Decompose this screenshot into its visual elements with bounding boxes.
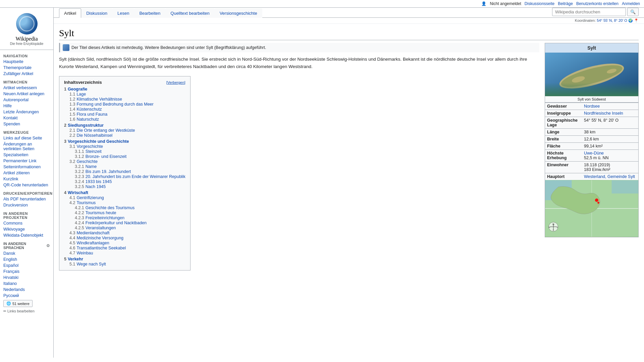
infobox-value-link[interactable]: Nordsee — [584, 104, 600, 109]
toc-item[interactable]: 4.6Transatlantische Seekabel — [69, 246, 185, 250]
tab-bearbeiten[interactable]: Bearbeiten — [134, 8, 165, 18]
sidebar-item-qr-code[interactable]: QR-Code herunterladen — [0, 182, 53, 188]
sidebar-item-artikel-zitieren[interactable]: Artikel zitieren — [0, 170, 53, 176]
tab-quelltext[interactable]: Quelltext bearbeiten — [165, 8, 214, 18]
infobox-title: Sylt — [545, 43, 638, 53]
sidebar-item-kurzlink[interactable]: Kurzlink — [0, 176, 53, 182]
sidebar-item-themenportale[interactable]: Themenportale — [0, 65, 53, 71]
links-edit-link[interactable]: ✏ Links bearbeiten — [0, 308, 53, 314]
sidebar-item-english[interactable]: English — [0, 256, 53, 262]
sidebar-item-kontakt[interactable]: Kontakt — [0, 115, 53, 121]
sidebar-item-anderungen-verlinkten[interactable]: Änderungen an verlinkten Seiten — [0, 141, 53, 152]
toc-item[interactable]: 3.2.41933 bis 1945 — [75, 179, 185, 184]
toc-item[interactable]: 5.1Wege nach Sylt — [69, 262, 185, 266]
gear-icon[interactable]: ⚙ — [46, 243, 50, 248]
sidebar-item-permanenter-link[interactable]: Permanenter Link — [0, 158, 53, 164]
sidebar-item-dansk[interactable]: Dansk — [0, 250, 53, 256]
toc-item[interactable]: 4.2.5Veranstaltungen — [75, 226, 185, 230]
toc-item[interactable]: 1.6Naturschutz — [69, 117, 185, 122]
toc-item[interactable]: 3.2.1Name — [75, 164, 185, 169]
toc-item[interactable]: 3.2.5Nach 1945 — [75, 184, 185, 189]
toc-item[interactable]: 2.1Die Orte entlang der Westküste — [69, 128, 185, 133]
toc-hide-link[interactable]: [Verbergen] — [166, 80, 185, 84]
sidebar-item-italiano[interactable]: Italiano — [0, 281, 53, 287]
sidebar-item-letzte-anderungen[interactable]: Letzte Änderungen — [0, 109, 53, 115]
tab-diskussion[interactable]: Diskussion — [81, 8, 112, 18]
toc-item[interactable]: 1.2Klimatische Verhältnisse — [69, 97, 185, 102]
infobox-label: Inselgruppe — [547, 111, 584, 116]
edit-icon: ✏ — [3, 309, 6, 313]
osm-icon[interactable]: 📍 — [634, 18, 639, 22]
sidebar-item-wikivoyage[interactable]: Wikivoyage — [0, 226, 53, 232]
tab-lesen[interactable]: Lesen — [112, 8, 134, 18]
toc-item[interactable]: 3.1.2Bronze- und Eisenzeit — [75, 154, 185, 159]
toc-item[interactable]: 1Geografie — [64, 87, 185, 92]
search-input[interactable] — [552, 8, 626, 16]
sidebar-item-hauptseite[interactable]: Hauptseite — [0, 59, 53, 65]
article-wrapper: Sylt Sylt — [54, 24, 644, 358]
toc-item[interactable]: 1.4Küstenschutz — [69, 107, 185, 112]
create-account-link[interactable]: Benutzerkonto erstellen — [576, 1, 619, 6]
toc-item[interactable]: 4.1Gentrifizierung — [69, 195, 185, 200]
sidebar-item-espanol[interactable]: Español — [0, 262, 53, 268]
toc-item[interactable]: 4.2.2Tourismus heute — [75, 210, 185, 215]
sidebar-item-verbessern[interactable]: Artikel verbessern — [0, 85, 53, 91]
toc-item[interactable]: 3.2.320. Jahrhundert bis zum Ende der We… — [75, 174, 185, 179]
discussion-link[interactable]: Diskussionsseite — [525, 1, 554, 6]
toc-item[interactable]: 4Wirtschaft — [64, 190, 185, 195]
toc-item[interactable]: 4.2.1Geschichte des Tourismus — [75, 205, 185, 210]
sidebar-item-nederlands[interactable]: Nederlands — [0, 287, 53, 293]
tab-artikel[interactable]: Artikel — [59, 8, 81, 18]
sidebar-item-autorenportal[interactable]: Autorenportal — [0, 97, 53, 103]
toc-item[interactable]: 1.5Flora und Fauna — [69, 112, 185, 117]
tab-versionsgeschichte[interactable]: Versionsgeschichte — [215, 8, 262, 18]
sidebar-item-hilfe[interactable]: Hilfe — [0, 103, 53, 109]
page-title: Sylt — [59, 28, 639, 40]
toc-item[interactable]: 3.1.1Steinzeit — [75, 149, 185, 154]
toc-item-num: 5 — [64, 257, 66, 261]
sidebar-item-neuer-artikel[interactable]: Neuen Artikel anlegen — [0, 91, 53, 97]
sidebar-item-commons[interactable]: Commons — [0, 220, 53, 226]
toc-item[interactable]: 2Siedlungsstruktur — [64, 123, 185, 128]
toc-item[interactable]: 4.2.4Freikörperkultur und Nacktbaden — [75, 221, 185, 225]
more-languages-button[interactable]: 🌐 51 weitere — [3, 300, 33, 307]
sidebar-item-spenden[interactable]: Spenden — [0, 121, 53, 127]
sidebar-item-spezialseiten[interactable]: Spezialseiten — [0, 152, 53, 158]
coords-link[interactable]: 54° 55′ N, 8° 20′ O — [597, 18, 627, 22]
toc-item-num: 4.4 — [69, 236, 75, 240]
toc-item[interactable]: 4.7Weinbau — [69, 251, 185, 255]
toc-item[interactable]: 1.1Lage — [69, 92, 185, 97]
sidebar-item-hrvatski[interactable]: Hrvatski — [0, 275, 53, 281]
languages-header: In anderen Sprachen ⚙ — [0, 240, 53, 250]
toc-item[interactable]: 1.3Formung und Bedrohung durch das Meer — [69, 102, 185, 107]
toc-item[interactable]: 4.3Medienlandschaft — [69, 231, 185, 235]
sidebar-item-pdf[interactable]: Als PDF herunterladen — [0, 196, 53, 202]
toc-item[interactable]: 4.2.3Freizeiteinrichtungen — [75, 216, 185, 220]
toc-item[interactable]: 3.2Geschichte — [69, 159, 185, 164]
sidebar-item-francais[interactable]: Français — [0, 268, 53, 275]
toc-item[interactable]: 4.5Windkraftanlagen — [69, 241, 185, 245]
infobox-label: Länge — [547, 130, 584, 134]
infobox-value-link[interactable]: Nordfriesische Inseln — [584, 111, 623, 116]
toc-item[interactable]: 3Vorgeschichte und Geschichte — [64, 139, 185, 144]
toc-item[interactable]: 4.4Medizinische Versorgung — [69, 236, 185, 240]
toc-item-num: 3.2.5 — [75, 184, 84, 189]
sidebar-item-russian[interactable]: Русский — [0, 293, 53, 299]
sidebar-item-druckversion[interactable]: Druckversion — [0, 202, 53, 208]
toc-item[interactable]: 3.2.2Bis zum 19. Jahrhundert — [75, 169, 185, 174]
contributions-link[interactable]: Beiträge — [558, 1, 573, 6]
sidebar-item-seiteninformationen[interactable]: Seiteninformationen — [0, 164, 53, 170]
search-button[interactable]: 🔍 — [627, 8, 639, 16]
toc-item[interactable]: 5Verkehr — [64, 257, 185, 261]
infobox-row: HauptortWesterland, Gemeinde Sylt — [545, 173, 638, 180]
sidebar-item-wikidata[interactable]: Wikidata-Datenobjekt — [0, 232, 53, 238]
toc-item[interactable]: 2.2Die Nössehalbinsel — [69, 133, 185, 138]
infobox-value-link[interactable]: Uwe-Düne — [584, 151, 604, 156]
sidebar-item-links-auf[interactable]: Links auf diese Seite — [0, 135, 53, 141]
globe-icon[interactable]: 🌍 — [628, 18, 633, 22]
toc-item[interactable]: 4.2Tourismus — [69, 200, 185, 205]
sidebar-item-zufallig[interactable]: Zufälliger Artikel — [0, 71, 53, 77]
toc-item[interactable]: 3.1Vorgeschichte — [69, 144, 185, 149]
login-link[interactable]: Anmelden — [622, 1, 640, 6]
infobox-value-link[interactable]: Westerland, Gemeinde Sylt — [584, 174, 635, 179]
